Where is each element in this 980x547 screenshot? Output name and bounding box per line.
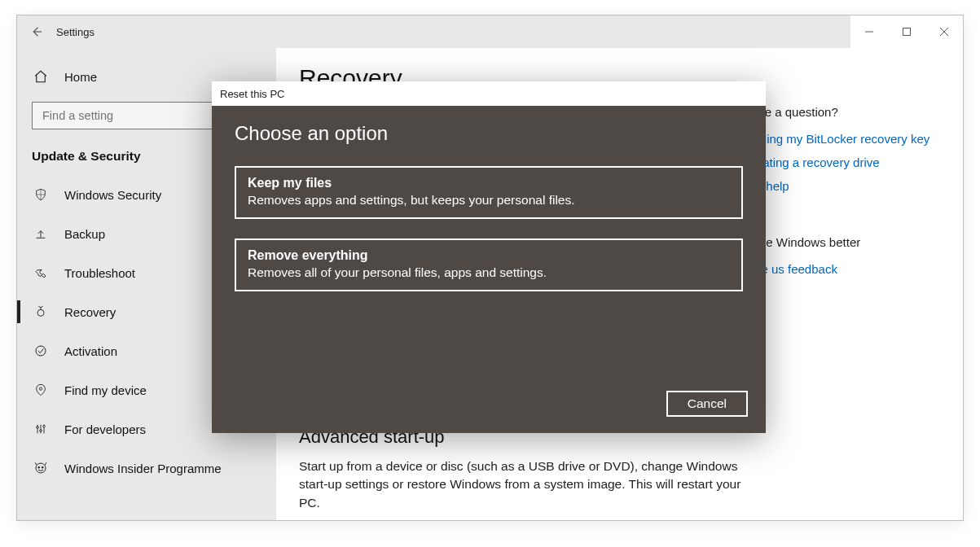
recovery-icon — [32, 305, 50, 318]
svg-point-4 — [39, 387, 42, 390]
dialog-heading: Choose an option — [235, 122, 743, 145]
svg-point-2 — [37, 309, 44, 316]
titlebar: Settings — [17, 15, 963, 48]
reset-pc-dialog: Reset this PC Choose an option Keep my f… — [212, 81, 766, 433]
option-keep-my-files[interactable]: Keep my files Removes apps and settings,… — [235, 166, 743, 219]
svg-point-8 — [36, 463, 46, 473]
svg-point-10 — [42, 466, 43, 468]
shield-icon — [32, 188, 50, 201]
wrench-icon — [32, 266, 50, 279]
option-desc: Removes all of your personal files, apps… — [248, 265, 730, 280]
help-link-bitlocker[interactable]: Finding my BitLocker recovery key — [743, 132, 930, 146]
sidebar-item-label: Backup — [64, 227, 105, 241]
sidebar-item-label: For developers — [64, 422, 146, 436]
cancel-button[interactable]: Cancel — [666, 391, 748, 417]
help-question-title: Have a question? — [743, 105, 930, 119]
sidebar-item-insider[interactable]: Windows Insider Programme — [17, 449, 276, 488]
advanced-startup-section: Advanced start-up Start up from a device… — [299, 427, 755, 512]
option-title: Keep my files — [248, 176, 730, 190]
check-circle-icon — [32, 344, 50, 357]
sidebar-item-label: Recovery — [64, 305, 116, 319]
app-title: Settings — [56, 26, 94, 38]
dialog-body: Choose an option Keep my files Removes a… — [212, 106, 766, 433]
sidebar-item-label: Troubleshoot — [64, 266, 135, 280]
sliders-icon — [32, 422, 50, 435]
option-remove-everything[interactable]: Remove everything Removes all of your pe… — [235, 238, 743, 291]
option-title: Remove everything — [248, 248, 730, 263]
sidebar-item-label: Windows Insider Programme — [64, 462, 222, 475]
advanced-startup-body: Start up from a device or disc (such as … — [299, 457, 755, 512]
home-icon — [32, 69, 50, 84]
sidebar-item-label: Windows Security — [64, 188, 161, 202]
make-better-title: Make Windows better — [743, 235, 930, 249]
option-desc: Removes apps and settings, but keeps you… — [248, 193, 730, 208]
svg-point-7 — [43, 425, 46, 427]
sidebar-item-label: Find my device — [64, 383, 147, 397]
insider-icon — [32, 461, 50, 475]
dialog-title: Reset this PC — [212, 81, 766, 106]
sidebar-home-label: Home — [64, 70, 97, 84]
back-button[interactable] — [17, 15, 56, 48]
svg-point-6 — [40, 430, 42, 432]
help-link-get-help[interactable]: Get help — [743, 179, 930, 193]
minimize-button[interactable] — [850, 15, 888, 48]
maximize-button[interactable] — [888, 15, 925, 48]
location-icon — [32, 383, 50, 396]
feedback-link[interactable]: Give us feedback — [743, 262, 930, 276]
svg-point-3 — [36, 346, 46, 356]
svg-point-5 — [37, 427, 39, 429]
help-column: Have a question? Finding my BitLocker re… — [743, 105, 930, 286]
backup-icon — [32, 227, 50, 240]
help-link-recovery-drive[interactable]: Creating a recovery drive — [743, 155, 930, 169]
svg-point-9 — [38, 466, 40, 468]
close-button[interactable] — [925, 15, 963, 48]
sidebar-item-label: Activation — [64, 344, 117, 358]
svg-rect-1 — [903, 28, 911, 36]
